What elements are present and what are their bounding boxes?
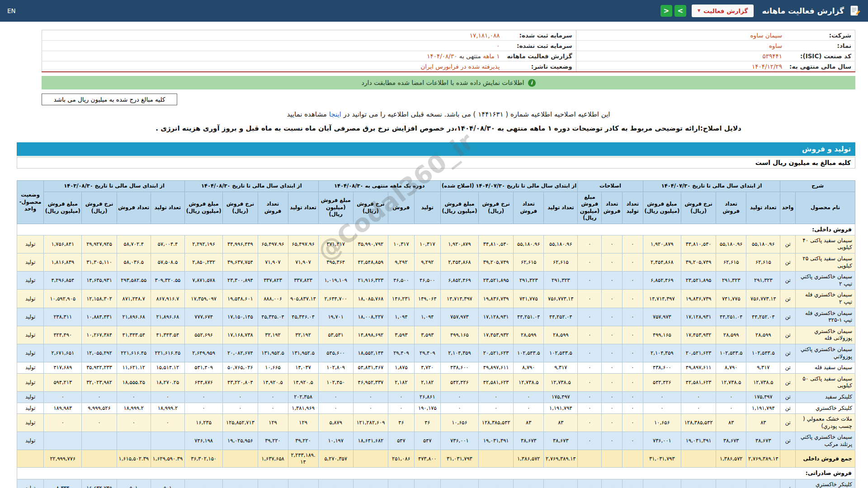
month-1404-08-value: ۴۶,۵۰۰: [414, 272, 440, 290]
product-status: تولید: [17, 326, 44, 344]
brand: گزارش فعالیت ماهانه: [762, 5, 861, 17]
ytd-1404-08-value: [223, 450, 258, 468]
month-1404-08-value: ۴۶,۹۵۲,۳۳۷: [353, 373, 388, 391]
ytd-1404-08-value: ۱۴,۹۲۰.۵: [288, 373, 318, 391]
ytd-1403-08-value: [44, 432, 82, 450]
adjustments-value: ۰: [602, 414, 623, 432]
ytd-1403-08-value: ۵۸,۰۳۶.۵: [117, 253, 151, 272]
ytd-1404-07-value: ۴۴,۲۵۲.۰۴: [746, 308, 780, 326]
ytd-1404-07-adjusted-value: ۱۲,۷۳۸.۵: [544, 373, 578, 391]
ytd-1404-08-value: ۳۹,۲۲۰: [288, 432, 318, 450]
month-1404-08-value: ۰: [388, 403, 414, 414]
company-label: شرکت:: [786, 30, 855, 41]
col-group-adjustments: اصلاحات: [578, 181, 643, 192]
ytd-1404-07-value: ۲۹۱,۳۲۳: [716, 272, 746, 290]
ytd-1404-07-adjusted-value: ۳۹,۲۰۵,۷۴۹: [479, 253, 514, 272]
ytd-1403-08-value: ۳۵,۹۴۲,۲۳۳: [82, 362, 117, 374]
section-label: فروش صادراتی:: [17, 468, 855, 479]
amendment-text-suffix: مشاهده نمایید: [287, 110, 326, 118]
ytd-1403-08-value: ۱,۶۲۹,۵۹۰.۳۹: [151, 450, 184, 468]
adjustments-value: ۰: [578, 373, 602, 391]
ytd-1404-08-value: ۲,۲۹۲,۱۹۶: [184, 235, 222, 253]
adjustments-value: ۰: [578, 308, 602, 326]
month-1404-08-value: ۲۶,۸۶۱: [414, 391, 440, 403]
product-status: تولید: [17, 391, 44, 403]
ytd-1403-08-value: ۱۸۹,۹۸۳: [44, 403, 82, 414]
chevron-down-icon: ▼: [698, 9, 700, 13]
adjustments-value: ۰: [623, 414, 643, 432]
month-1404-08-value: ۲,۱۸۲: [414, 373, 440, 391]
col-amount: مبلغ فروش (میلیون ریال): [184, 192, 222, 224]
prev-report-button[interactable]: <: [660, 5, 672, 17]
language-toggle[interactable]: EN: [7, 7, 16, 14]
product-name: سیمان سفید پاکتی ۵۰ کیلویی: [795, 373, 855, 391]
col-qty-produced: تعداد تولید: [544, 192, 578, 224]
month-1404-08-value: ۲,۶۴۴,۷۰۰: [318, 290, 353, 308]
ytd-1404-07-adjusted-value: ۷۵۶,۷۷۳.۱۴: [544, 290, 578, 308]
issuer-status-label: وضعیت ناشر:: [503, 61, 576, 72]
product-unit: تن: [780, 253, 796, 272]
ytd-1404-07-value: ۷۵۶,۷۷۳.۱۴: [746, 290, 780, 308]
product-row: سیمان خاکستري پاکتي تیپ ۲تن۲۹۱,۳۲۳۲۹۱,۳۲…: [17, 272, 855, 290]
product-name: جمع فروش داخلی: [795, 450, 855, 468]
ytd-1403-08-value: ۵۹۴,۲۱۳: [44, 373, 82, 391]
adjustments-value: ۰: [623, 362, 643, 374]
report-icon: [848, 5, 861, 17]
registered-capital-value: ۱۷,۱۸۱,۰۸۸: [42, 30, 504, 41]
ytd-1404-07-adjusted-value: ۱۴,۷۱۴,۳۹۷: [440, 290, 478, 308]
ytd-1404-08-value: ۵۵۲,۶۹۶: [184, 326, 222, 344]
adjustments-value: ۰: [623, 235, 643, 253]
ytd-1404-07-value: [681, 450, 716, 468]
amendment-text-prefix: این اطلاعیه اصلاحیه اطلاعیه شماره ( ۱۴۴۱…: [344, 110, 610, 118]
ytd-1404-07-adjusted-value: ۵۴۲,۴۲۶: [440, 373, 478, 391]
ytd-1404-07-adjusted-value: ۲۸,۵۹۹: [544, 326, 578, 344]
previous-version-link[interactable]: اینجا: [329, 110, 341, 118]
ytd-1404-07-value: ۸۳: [716, 414, 746, 432]
adjustments-value: ۰: [602, 479, 623, 488]
product-name: سیمان سفید پاکتی ۴۰ کیلویی: [795, 235, 855, 253]
ytd-1404-07-value: ۱,۱۹۱,۷۹۴: [746, 403, 780, 414]
ytd-1404-07-adjusted-value: ۱,۹۲۰,۸۷۹: [440, 235, 478, 253]
ytd-1404-08-value: ۱۲۹: [258, 414, 288, 432]
ytd-1403-08-value: ۵۸,۷۰۲.۴: [117, 235, 151, 253]
next-report-button[interactable]: >: [675, 5, 686, 17]
ytd-1404-08-value: ۰: [223, 403, 258, 414]
ytd-1404-07-value: ۰: [716, 479, 746, 488]
column-group-row: شرح از ابتدای سال مالی تا تاریخ ۱۴۰۴/۰۷/…: [17, 181, 855, 192]
ytd-1404-07-adjusted-value: ۸۳: [544, 414, 578, 432]
month-1404-08-value: ۵۴۵,۶۰۰: [318, 344, 353, 362]
ytd-1404-07-adjusted-value: ۰: [514, 479, 544, 488]
ytd-1404-07-value: ۲۳,۵۲۱,۸۹۵: [681, 272, 716, 290]
product-unit: تن: [780, 290, 796, 308]
product-row: کلینکر خاکستريتن۱,۱۹۱,۷۹۴۰۰۰۰۰۰۱,۱۹۱,۷۹۴…: [17, 403, 855, 414]
adjustments-value: ۰: [623, 479, 643, 488]
col-rate: نرخ فروش (ریال): [479, 192, 514, 224]
ytd-1403-08-value: [82, 450, 117, 468]
product-unit: تن: [780, 272, 796, 290]
ytd-1403-08-value: ۳۰۹,۳۲۰.۵۵: [151, 272, 184, 290]
ytd-1404-08-value: ۲۳,۳۰۰,۸۹۴: [223, 272, 258, 290]
ytd-1404-08-value: ۱۴,۹۲۰.۵: [258, 373, 288, 391]
month-1404-08-value: ۹,۲۹۲: [388, 253, 414, 272]
ytd-1404-08-value: ۱۹,۰۲۵,۹۵۶: [223, 432, 258, 450]
amounts-unit-box: کلیه مبالغ درج شده به میلیون ریال می باش…: [42, 94, 177, 105]
month-1404-08-value: ۱۰,۳۱۷: [388, 235, 414, 253]
ytd-1404-07-value: ۹,۳۱۷: [746, 362, 780, 374]
ytd-1403-08-value: ۱۸,۲۷۰.۲۵: [151, 373, 184, 391]
ytd-1404-07-value: ۳۸,۶۷۳: [716, 432, 746, 450]
company-value: سیمان ساوه: [576, 30, 786, 41]
report-type-dropdown[interactable]: گزارش فعالیت ▼: [692, 5, 754, 17]
ytd-1403-08-value: ۲۹۳,۵۸۲.۵۵: [117, 272, 151, 290]
ytd-1404-07-value: ۸۳: [746, 414, 780, 432]
ytd-1404-08-value: ۱۷,۳۵۹,۰۹۷: [184, 290, 222, 308]
ytd-1403-08-value: ۰: [82, 414, 117, 432]
ytd-1404-07-adjusted-value: ۱۰۲,۵۴۳.۵: [514, 344, 544, 362]
ytd-1403-08-value: ۱۸,۹۹۹.۲: [117, 403, 151, 414]
ytd-1404-07-adjusted-value: ۷۳۶,۰۰۱: [440, 432, 478, 450]
ytd-1404-08-value: ۰: [258, 391, 288, 403]
ytd-1404-07-value: ۸,۷۹۰: [716, 362, 746, 374]
product-name: سیمان خاکستري پاکتي پرتلند مرکب: [795, 432, 855, 450]
adjustments-value: ۰: [602, 290, 623, 308]
ytd-1404-07-value: ۳۱,۰۳۱,۷۹۳: [643, 450, 681, 468]
col-qty-sold: تعداد فروش: [716, 192, 746, 224]
